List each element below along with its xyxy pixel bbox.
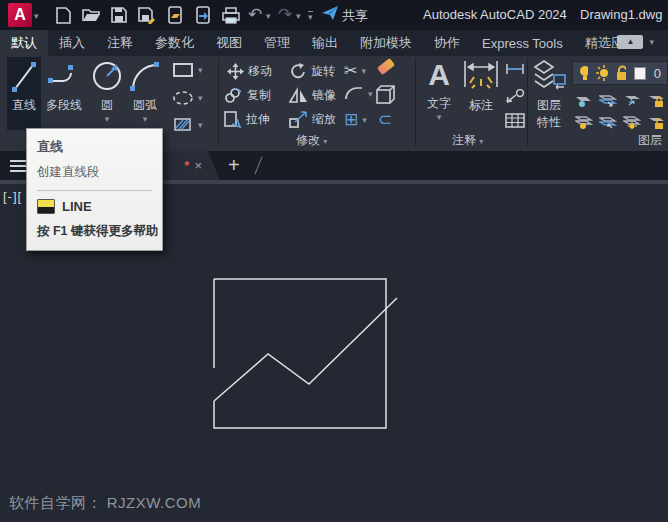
tab-view[interactable]: 视图 [205,30,253,56]
ribbon-collapse-icon[interactable]: ▲ [617,35,643,49]
tab-annotate[interactable]: 注释 [96,30,144,56]
tab-close-icon[interactable]: × [194,158,202,173]
tab-output[interactable]: 输出 [301,30,349,56]
fillet-icon [344,86,364,101]
stretch-button-label: 拉伸 [246,111,270,128]
save-to-mobile-button[interactable] [192,5,214,25]
table-button[interactable] [505,113,525,128]
layer-unlock-button[interactable] [644,111,668,133]
tab-parametric[interactable]: 参数化 [144,30,205,56]
ribbon-collapse-control[interactable]: ▲ ▾ [617,35,654,49]
layer-lock-button[interactable] [644,89,668,111]
layer-properties-icon [532,57,566,95]
layer-unlock-icon[interactable] [616,65,626,81]
erase-button[interactable] [377,58,395,75]
arc-button-label: 圆弧 [133,97,157,114]
text-caret-icon[interactable]: ▾ [437,112,442,122]
linear-dimension-button[interactable] [505,63,525,75]
dimension-button[interactable]: 标注 [460,57,502,130]
layer-properties-button[interactable]: 图层 特性 [531,57,567,147]
array-button[interactable]: ⊞ ▾ [344,109,367,130]
tooltip-help-hint: 按 F1 键获得更多帮助 [37,223,152,240]
save-as-button[interactable] [136,5,158,25]
offset-button[interactable]: ⊂ [378,109,392,130]
title-bar: A ▾ ↶ ▾ ↷ ▾ ▾ 共享 Autodesk Aut [0,0,668,30]
undo-caret-icon[interactable]: ▾ [266,11,271,21]
layer-state-row[interactable]: 0 [572,61,668,85]
array-caret-icon[interactable]: ▾ [362,115,367,125]
circle-caret-icon[interactable]: ▾ [105,114,110,124]
redo-caret-icon[interactable]: ▾ [296,11,301,21]
open-file-button[interactable] [80,5,102,25]
undo-button[interactable]: ↶ [248,4,262,25]
layer-on-button[interactable] [572,111,596,133]
tab-addins[interactable]: 附加模块 [349,30,423,56]
plot-button[interactable] [220,5,242,25]
open-from-mobile-button[interactable] [164,5,186,25]
app-logo-icon[interactable]: A [8,3,32,27]
text-button[interactable]: A 文字 ▾ [421,57,457,130]
tab-insert[interactable]: 插入 [48,30,96,56]
leader-button[interactable] [505,89,525,104]
stretch-button[interactable]: 拉伸 [224,111,270,128]
tab-default[interactable]: 默认 [0,30,48,56]
tab-express-tools[interactable]: Express Tools [471,30,574,56]
hatch-button[interactable]: ▾ [172,116,203,133]
fillet-button[interactable]: ▾ [344,86,373,101]
hatch-caret-icon[interactable]: ▾ [198,120,203,130]
modify-panel-label[interactable]: 修改 ▾ [296,132,327,149]
ellipse-button[interactable]: ▾ [172,90,203,106]
layer-off-button[interactable] [572,89,596,111]
tab-collaborate[interactable]: 协作 [423,30,471,56]
explode-button[interactable] [376,85,396,104]
share-plane-icon[interactable] [322,6,339,21]
explode-icon [376,85,396,104]
qat-customize-caret-icon[interactable]: ▾ [308,11,313,22]
layer-freeze-button[interactable] [620,89,644,111]
circle-button[interactable]: 圆 ▾ [90,57,124,130]
move-button-label: 移动 [248,63,272,80]
ribbon-tab-bar: 默认 插入 注释 参数化 视图 管理 输出 附加模块 协作 Express To… [0,30,668,56]
tooltip-title: 直线 [37,138,152,156]
mirror-icon [289,87,308,104]
mirror-button-label: 镜像 [312,87,336,104]
rectangle-icon [172,62,194,78]
annotation-panel-caret-icon: ▾ [479,137,483,146]
line-tooltip: 直线 创建直线段 LINE 按 F1 键获得更多帮助 [26,128,163,251]
arc-caret-icon[interactable]: ▾ [143,114,148,124]
rotate-button-label: 旋转 [311,63,335,80]
polyline-button[interactable]: 多段线 [44,57,84,130]
trim-caret-icon[interactable]: ▾ [361,66,366,76]
copy-button[interactable]: 复制 [224,87,271,104]
rectangle-button[interactable]: ▾ [172,62,203,78]
layer-unisolate-button[interactable] [596,111,620,133]
app-menu-caret-icon[interactable]: ▾ [34,11,39,21]
layer-color-swatch[interactable] [634,67,646,80]
trim-button[interactable]: ✂ ▾ [344,61,366,80]
layer-isolate-button[interactable] [596,89,620,111]
layer-thaw-button[interactable] [620,111,644,133]
file-tabs-menu-icon[interactable] [10,160,27,172]
array-icon: ⊞ [344,109,358,130]
ellipse-caret-icon[interactable]: ▾ [198,93,203,103]
arc-button[interactable]: 圆弧 ▾ [126,57,164,130]
tab-manage[interactable]: 管理 [253,30,301,56]
layer-thaw-sun-icon[interactable] [596,65,608,81]
scale-button[interactable]: 缩放 [289,111,336,128]
fillet-caret-icon[interactable]: ▾ [368,89,373,99]
save-button[interactable] [108,5,130,25]
move-button[interactable]: 移动 [227,63,272,80]
share-button[interactable]: 共享 [342,7,368,25]
line-button[interactable]: 直线 [7,57,41,130]
rotate-button[interactable]: 旋转 [290,63,335,80]
move-icon [227,63,244,80]
layers-panel-label[interactable]: 图层 [638,132,662,149]
annotation-panel-label[interactable]: 注释 ▾ [452,132,483,149]
new-drawing-tab-button[interactable]: + [228,154,240,177]
rectangle-caret-icon[interactable]: ▾ [198,65,203,75]
redo-button[interactable]: ↷ [278,4,292,25]
mirror-button[interactable]: 镜像 [289,87,336,104]
layer-on-bulb-icon[interactable] [579,65,588,81]
new-file-button[interactable] [52,5,74,25]
ribbon-collapse-caret-icon[interactable]: ▾ [649,37,654,47]
